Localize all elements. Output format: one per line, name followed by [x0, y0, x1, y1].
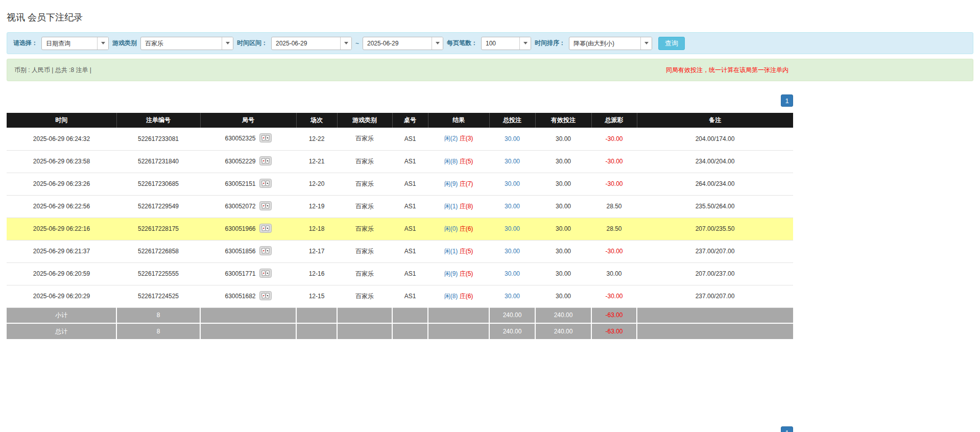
cell-total-bet-link[interactable]: 30.00 [489, 195, 535, 218]
cell-round: 630051856 [200, 240, 296, 262]
table-row: 2025-06-29 06:24:32 522617233081 6300523… [7, 128, 793, 150]
result-player: 闲(0) [444, 225, 458, 232]
cell-payout: -30.00 [591, 240, 637, 262]
round-id: 630052072 [225, 202, 255, 209]
cell-session: 12-16 [296, 262, 337, 285]
game-result-icon[interactable] [259, 133, 272, 144]
page-1-button[interactable]: 1 [781, 94, 793, 107]
cell-total-bet-link[interactable]: 30.00 [489, 173, 535, 195]
total-label: 总计 [7, 323, 116, 339]
cell-table: AS1 [392, 218, 428, 240]
caret-down-icon [344, 42, 348, 44]
result-banker: 庄(3) [460, 135, 473, 142]
result-banker: 庄(5) [460, 270, 473, 277]
query-type-dropdown-button[interactable] [97, 37, 108, 50]
cell-total-bet-link[interactable]: 30.00 [489, 218, 535, 240]
date-from-dropdown-button[interactable] [340, 37, 351, 50]
round-id: 630051856 [225, 247, 255, 254]
cell-valid-bet: 30.00 [535, 218, 591, 240]
sort-select[interactable]: 降幂(由大到小) [569, 37, 652, 50]
column-header-payout: 总派彩 [591, 113, 637, 128]
cell-bet-id: 522617226858 [116, 240, 200, 262]
column-header-result: 结果 [428, 113, 489, 128]
subtotal-count: 8 [116, 307, 200, 323]
game-result-icon[interactable] [259, 246, 272, 257]
cell-total-bet-link[interactable]: 30.00 [489, 150, 535, 173]
sort-dropdown-button[interactable] [640, 37, 652, 50]
date-to-dropdown-button[interactable] [432, 37, 443, 50]
table-row: 2025-06-29 06:22:16 522617228175 6300519… [7, 218, 793, 240]
subtotal-valid-bet: 240.00 [535, 307, 591, 323]
cell-remark: 235.50/264.00 [637, 195, 793, 218]
page-size-select[interactable]: 100 [481, 37, 531, 50]
query-type-value: 日期查询 [42, 37, 97, 50]
game-result-icon[interactable] [259, 156, 272, 167]
cell-time: 2025-06-29 06:22:16 [7, 218, 116, 240]
round-id: 630052325 [225, 135, 255, 142]
query-type-select[interactable]: 日期查询 [41, 37, 109, 50]
cell-payout: -30.00 [591, 285, 637, 307]
game-type-dropdown-button[interactable] [222, 37, 233, 50]
cell-bet-id: 522617230685 [116, 173, 200, 195]
game-result-icon[interactable] [259, 179, 272, 189]
cell-total-bet-link[interactable]: 30.00 [489, 128, 535, 150]
result-player: 闲(9) [444, 180, 458, 187]
caret-down-icon [226, 42, 230, 44]
table-row: 2025-06-29 06:21:37 522617226858 6300518… [7, 240, 793, 262]
subtotal-payout: -63.00 [591, 307, 637, 323]
game-result-icon[interactable] [259, 201, 272, 212]
column-header-remark: 备注 [637, 113, 793, 128]
game-result-icon[interactable] [259, 224, 272, 234]
cell-valid-bet: 30.00 [535, 195, 591, 218]
table-row: 2025-06-29 06:23:26 522617230685 6300521… [7, 173, 793, 195]
cell-time: 2025-06-29 06:22:56 [7, 195, 116, 218]
cell-remark: 207.00/237.00 [637, 262, 793, 285]
page-size-dropdown-button[interactable] [519, 37, 531, 50]
cell-result: 闲(9) 庄(5) [428, 262, 489, 285]
table-row: 2025-06-29 06:20:29 522617224525 6300516… [7, 285, 793, 307]
game-result-icon[interactable] [259, 291, 272, 302]
records-body: 2025-06-29 06:24:32 522617233081 6300523… [7, 128, 793, 307]
cell-total-bet-link[interactable]: 30.00 [489, 285, 535, 307]
date-from-select[interactable]: 2025-06-29 [271, 37, 352, 50]
records-table: 时间 注单编号 局号 场次 游戏类别 桌号 结果 总投注 有效投注 总派彩 备注… [7, 113, 793, 339]
result-banker: 庄(5) [460, 248, 473, 255]
search-button[interactable]: 查询 [658, 37, 685, 50]
cell-time: 2025-06-29 06:21:37 [7, 240, 116, 262]
game-type-select[interactable]: 百家乐 [140, 37, 233, 50]
cell-session: 12-18 [296, 218, 337, 240]
column-header-total-bet: 总投注 [489, 113, 535, 128]
result-player: 闲(8) [444, 293, 458, 300]
total-total-bet: 240.00 [489, 323, 535, 339]
cell-total-bet-link[interactable]: 30.00 [489, 262, 535, 285]
cell-game-type: 百家乐 [337, 195, 392, 218]
cell-table: AS1 [392, 195, 428, 218]
column-header-round: 局号 [200, 113, 296, 128]
caret-down-icon [644, 42, 649, 44]
cell-payout: -30.00 [591, 128, 637, 150]
cell-result: 闲(1) 庄(8) [428, 195, 489, 218]
cell-payout: 28.50 [591, 195, 637, 218]
page: 视讯 会员下注纪录 请选择： 日期查询 游戏类别 百家乐 时间区间： 2025-… [0, 0, 980, 432]
cell-game-type: 百家乐 [337, 218, 392, 240]
cell-bet-id: 522617231840 [116, 150, 200, 173]
cell-game-type: 百家乐 [337, 285, 392, 307]
caret-down-icon [101, 42, 105, 44]
cell-remark: 264.00/234.00 [637, 173, 793, 195]
column-header-table: 桌号 [392, 113, 428, 128]
round-id: 630051966 [225, 225, 255, 232]
caret-down-icon [436, 42, 440, 44]
cell-time: 2025-06-29 06:23:26 [7, 173, 116, 195]
cell-total-bet-link[interactable]: 30.00 [489, 240, 535, 262]
game-result-icon[interactable] [259, 269, 272, 279]
page-1-button[interactable]: 1 [781, 426, 793, 432]
date-to-select[interactable]: 2025-06-29 [363, 37, 443, 50]
cell-session: 12-22 [296, 128, 337, 150]
cell-bet-id: 522617228175 [116, 218, 200, 240]
cell-round: 630052072 [200, 195, 296, 218]
table-footer: 小计 8 240.00 240.00 -63.00 总计 8 240.00 24… [7, 307, 793, 339]
records-section: 1 时间 注单编号 局号 场次 游戏类别 桌号 结果 总投注 有效投注 [7, 94, 793, 432]
result-player: 闲(1) [444, 203, 458, 210]
table-row: 2025-06-29 06:20:59 522617225555 6300517… [7, 262, 793, 285]
cell-game-type: 百家乐 [337, 128, 392, 150]
